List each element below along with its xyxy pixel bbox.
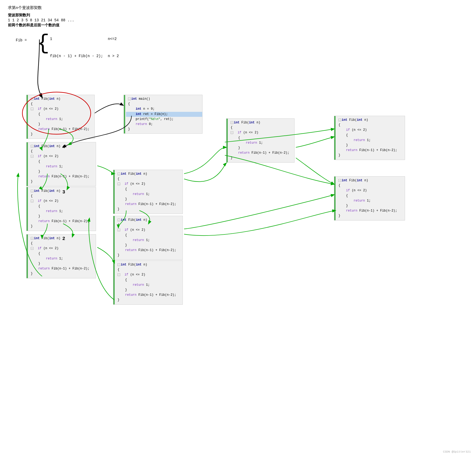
fib-label: Fib = [16,38,27,42]
formula-line2-cond: n > 2 [108,54,119,58]
page-container: 求第n个斐波那契数 斐波那契数列 1 1 2 3 5 8 13 21 34 54… [0,0,476,456]
fib-code-block-ml: -int Fib(int n) { - if (n <= 2) { return… [26,142,96,186]
page-title: 求第n个斐波那契数 [8,5,468,10]
fib-code-block-mc: -int Fib(int n) { - if (n <= 2) { return… [113,170,183,214]
fib-code-block-frt: -int Fib(int n) { if (n <= 2) { return 1… [334,116,405,160]
annotation-3: 3 [62,189,65,195]
collapse-fib-if[interactable]: - [31,108,33,110]
fib-code-block-bl4: -int Fib(int n) { - if (n <= 2) { return… [26,234,96,278]
formula-section: Fib = { 1 n<=2 fib(n - 1) + Fib(n - 2); … [16,33,468,72]
fib-code-block-bc4: -int Fib(int n) { - if (n <= 2) { return… [113,260,183,305]
fib-main-code-block: -int Fib(int n) { - if (n <= 2) { return… [26,95,95,139]
watermark: CSDN @Spitter321 [443,450,471,453]
formula-line1-cond: n<=2 [108,37,117,41]
formula-line2: fib(n - 1) + Fib(n - 2); [50,54,103,58]
collapse-fib-main[interactable]: - [31,98,33,100]
fib-code-block-ll3: -int Fib(int n) { - if (n <= 2) { return… [26,187,96,231]
brace: { [37,33,49,54]
description: 前两个数的和是后面一个数的值 [8,23,468,28]
sequence-label: 斐波那契数列 [8,13,468,18]
formula-line1: 1 [50,37,52,41]
fib-code-block-tr: -int Fib(int n) { - if (n <= 2) { return… [226,118,295,163]
fib-code-block-frm: -int Fib(int n) { if (n <= 2) { return 1… [334,176,405,221]
annotation-2: 2 [62,236,65,241]
main-code-block: -int main() { int n = 9; int ret = Fib(n… [124,95,202,134]
annotation-4: 4 [62,144,65,149]
sequence-numbers: 1 1 2 3 5 8 13 21 34 54 88 ... [8,18,468,22]
collapse-main[interactable]: - [128,98,131,100]
fib-code-block-lc3: -int Fib(int n) { - if (n <= 2) { return… [113,216,183,260]
